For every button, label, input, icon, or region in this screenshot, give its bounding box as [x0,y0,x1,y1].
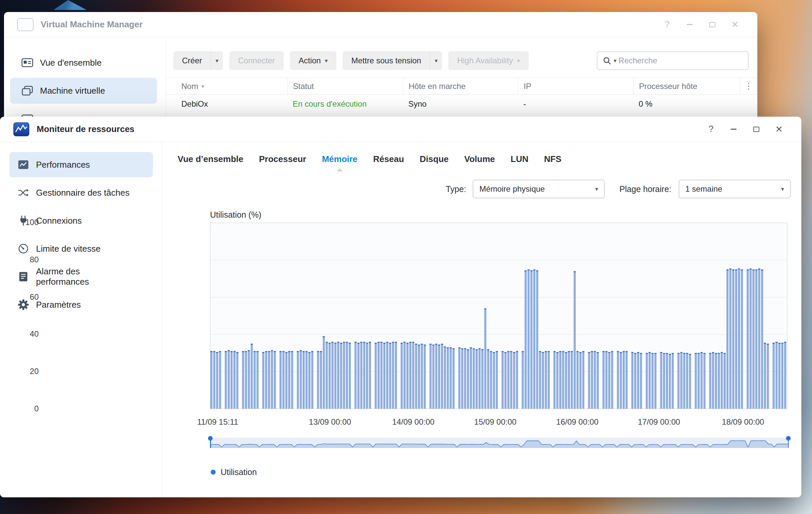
legend-dot-icon [211,470,216,475]
sort-caret-icon: ▾ [202,83,204,89]
x-tick-label: 18/09 00:00 [722,417,764,427]
vm-status: En cours d'exécution [287,99,403,109]
timeline-scrubber[interactable] [210,438,789,448]
chevron-down-icon: ▾ [595,185,598,193]
y-axis-ticks: 020406080100 [14,223,44,409]
sidebar-item-performances[interactable]: Performances [9,152,153,177]
x-tick-label: 17/09 00:00 [638,417,680,427]
legend-label: Utilisation [221,467,257,477]
sidebar-item-label: Machine virtuelle [40,86,105,96]
tab-nfs[interactable]: NFS [544,154,561,164]
tab-volume[interactable]: Volume [464,154,495,164]
tab-processeur[interactable]: Processeur [259,154,306,164]
y-tick-label: 40 [14,329,39,339]
y-tick-label: 60 [14,292,39,302]
vm-table-header: Nom ▾ Statut Hôte en marche IP Processeu… [166,78,757,95]
task-manager-icon [17,187,29,199]
y-tick-label: 80 [14,255,39,264]
vm-host: Syno [403,99,518,109]
x-axis-labels: 11/09 15:1113/09 00:0014/09 00:0015/09 0… [210,417,787,428]
overview-icon [21,58,33,68]
rm-tabs: Vue d’ensemble Processeur Mémoire Réseau… [178,152,561,166]
column-header-statut[interactable]: Statut [287,78,403,94]
scrubber-left-handle[interactable] [208,436,213,441]
timeline-minimap [210,438,789,448]
resource-monitor-window: Moniteur de ressources ? ✕ Performances … [0,117,801,497]
sidebar-item-label: Alarme des performances [36,266,103,287]
x-tick-label: 16/09 00:00 [556,417,599,427]
minimize-icon[interactable] [729,125,738,134]
sidebar-item-gestionnaire[interactable]: Gestionnaire des tâches [9,180,153,205]
sidebar-item-vue-densemble[interactable]: Vue d'ensemble [4,52,166,73]
tab-disque[interactable]: Disque [420,154,449,164]
tab-reseau[interactable]: Réseau [373,154,404,164]
search-icon [603,56,612,65]
chart-title: Utilisation (%) [210,210,261,220]
chevron-down-icon: ▾ [781,185,784,193]
rm-filters: Type: Mémoire physique ▾ Plage horaire: … [446,180,791,198]
ha-caret-icon: ▾ [517,57,520,64]
action-button[interactable]: Action ▾ [290,51,336,70]
maximize-icon[interactable] [708,20,717,29]
desktop: { "icons": { "help": "?", "close": "✕", … [0,0,812,514]
y-tick-label: 0 [14,404,39,413]
rm-titlebar: Moniteur de ressources ? ✕ [0,117,801,142]
x-tick-label: 15/09 00:00 [474,417,517,427]
connect-button[interactable]: Connecter [229,51,284,70]
vmm-window-title: Virtual Machine Manager [41,19,143,30]
vmm-toolbar: Créer ▾ Connecter Action ▾ Mettre sous t… [173,51,749,70]
column-options-icon[interactable]: ⋮ [740,78,757,94]
vmm-titlebar: Virtual Machine Manager ? ✕ [4,12,757,37]
tab-memoire[interactable]: Mémoire [322,154,358,164]
sidebar-item-machine-virtuelle[interactable]: Machine virtuelle [10,78,157,104]
y-tick-label: 100 [14,218,39,227]
sidebar-item-label: Performances [36,160,90,170]
virtual-machine-icon [21,85,33,96]
search-box: ▾ [597,51,749,70]
resource-monitor-app-icon [13,122,29,136]
create-button[interactable]: Créer ▾ [173,51,223,70]
column-header-ip[interactable]: IP [518,78,633,94]
scrubber-right-handle[interactable] [786,436,791,441]
wallpaper-mountain-peak [53,0,87,10]
sidebar-item-label: Vue d'ensemble [40,58,102,68]
close-icon[interactable]: ✕ [775,125,783,134]
action-caret-icon: ▾ [325,57,328,64]
column-header-hote[interactable]: Hôte en marche [403,78,518,94]
tab-lun[interactable]: LUN [511,154,528,164]
rm-window-title: Moniteur de ressources [37,124,134,134]
time-range-select[interactable]: 1 semaine ▾ [679,180,791,198]
create-dropdown-caret[interactable]: ▾ [211,51,223,70]
vm-cpu: 0 % [633,99,740,109]
table-row[interactable]: DebiOx En cours d'exécution Syno - 0 % [166,95,757,114]
search-filter-caret-icon[interactable]: ▾ [614,57,617,64]
minimize-icon[interactable] [685,20,694,29]
power-on-dropdown-caret[interactable]: ▾ [430,51,442,70]
range-label: Plage horaire: [619,184,671,194]
type-select[interactable]: Mémoire physique ▾ [473,180,605,198]
performance-chart-icon [17,159,29,171]
sidebar-item-label: Gestionnaire des tâches [36,188,129,198]
vmm-app-icon [17,18,33,31]
x-tick-label: 14/09 00:00 [392,417,435,427]
type-label: Type: [446,184,466,194]
x-tick-label: 13/09 00:00 [309,417,351,427]
high-availability-button[interactable]: High Availability ▾ [448,51,528,70]
tab-vue-densemble[interactable]: Vue d’ensemble [178,154,243,164]
sidebar-item-label: Limite de vitesse [36,244,101,254]
column-header-nom[interactable]: Nom ▾ [166,78,287,94]
memory-usage-chart [210,223,787,409]
vm-name: DebiOx [166,99,287,109]
y-tick-label: 20 [14,367,39,376]
help-icon[interactable]: ? [707,125,715,134]
maximize-icon[interactable] [752,125,761,134]
column-header-cpu[interactable]: Processeur hôte [633,78,740,94]
x-tick-label: 11/09 15:11 [197,417,238,427]
close-icon[interactable]: ✕ [731,20,740,29]
help-icon[interactable]: ? [663,20,671,29]
chart-legend: Utilisation [211,467,257,477]
vm-ip: - [518,99,633,109]
search-input[interactable] [619,56,743,65]
power-on-button[interactable]: Mettre sous tension ▾ [343,51,442,70]
